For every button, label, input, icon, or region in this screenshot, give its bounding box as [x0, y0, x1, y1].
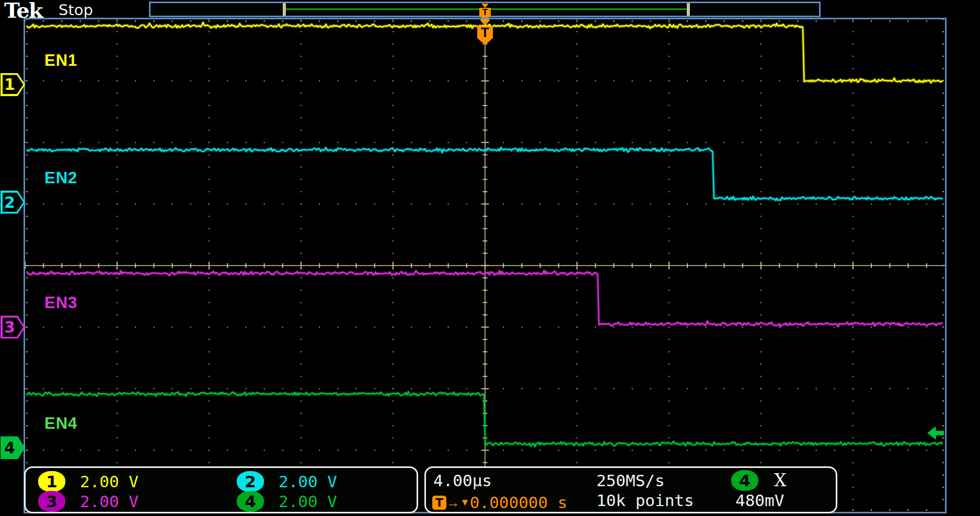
channel-4-badge: 4 — [237, 491, 264, 512]
trace-EN4 — [27, 392, 943, 447]
channel-readout-panel: 1 2.00 V 2 2.00 V 3 2.00 V 4 2.00 V — [24, 466, 418, 513]
record-bar: T — [149, 2, 821, 17]
record-window-end-bracket — [687, 3, 690, 16]
horizontal-trigger-panel: 4.00µs 250MS/s 4 X T → ▼ 0.000000 s 10k … — [424, 466, 837, 513]
marker-digit: 3 — [1, 315, 19, 338]
acquisition-status: Stop — [59, 1, 93, 19]
channel-4-position-marker: 4 — [1, 436, 25, 459]
record-trigger-arrow-icon — [481, 4, 489, 8]
trigger-position-readout: 0.000000 s — [470, 493, 568, 512]
trace-label-EN2: EN2 — [44, 169, 77, 187]
graticule: T — [24, 18, 947, 513]
channel-2-badge: 2 — [237, 471, 264, 492]
trigger-slope-icon: X — [774, 470, 787, 490]
channel-2-position-marker: 2 — [1, 191, 25, 214]
trigger-position-arrow-icon — [480, 20, 490, 26]
channel-3-position-marker: 3 — [1, 315, 25, 338]
trigger-source-badge: 4 — [731, 470, 758, 491]
channel-1-scale: 2.00 V — [80, 472, 139, 491]
trigger-t-icon: T — [432, 496, 446, 510]
oscilloscope-screen: Tek Stop T T 1 2.00 V 2 2.00 V 3 2.00 V … — [0, 0, 980, 516]
channel-4-scale: 2.00 V — [279, 492, 337, 511]
horizontal-scale: 4.00µs — [433, 471, 492, 490]
waveform-plot — [25, 19, 945, 512]
trigger-position-t-icon: T — [477, 26, 493, 45]
record-length: 10k points — [596, 491, 694, 510]
trigger-arrow-icon: → — [446, 496, 460, 509]
trace-label-EN4: EN4 — [44, 414, 77, 433]
channel-2-scale: 2.00 V — [279, 472, 337, 491]
channel-1-badge: 1 — [38, 471, 65, 492]
sample-rate: 250MS/s — [596, 471, 665, 490]
trigger-position-flag: T — [477, 19, 493, 45]
record-window-start-bracket — [283, 3, 286, 16]
marker-digit: 1 — [1, 73, 19, 96]
channel-3-badge: 3 — [38, 491, 65, 512]
trigger-level-marker-icon: ▼ — [460, 497, 470, 508]
trigger-level-readout: 480mV — [735, 491, 784, 510]
trace-label-EN3: EN3 — [44, 294, 77, 312]
trace-label-EN1: EN1 — [44, 51, 77, 70]
marker-digit: 4 — [1, 436, 19, 459]
marker-digit: 2 — [1, 191, 19, 214]
channel-3-scale: 2.00 V — [80, 492, 139, 511]
channel-1-position-marker: 1 — [1, 73, 25, 96]
